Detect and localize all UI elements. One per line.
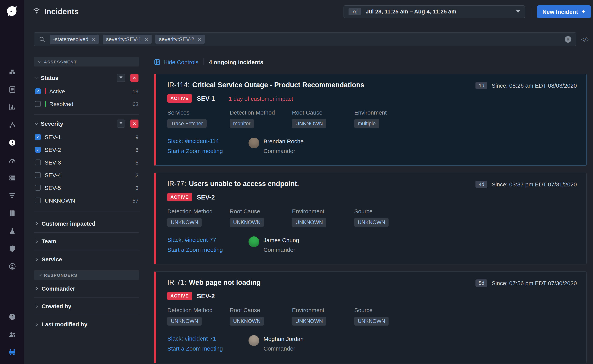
search-row: -state:resolved × severity:SEV-1 × sever… (34, 32, 589, 46)
field-value: UNKNOWN (292, 119, 326, 128)
severity-facet-header[interactable]: Severity × (35, 118, 138, 128)
clear-facet-icon[interactable]: × (130, 74, 138, 82)
checkbox[interactable] (35, 185, 41, 191)
filter-pill-label: severity:SEV-2 (159, 36, 194, 42)
hide-controls-link[interactable]: Hide Controls (154, 58, 198, 65)
slack-channel-link[interactable]: Slack: #incident-71 (167, 335, 249, 342)
search-filter-pill[interactable]: -state:resolved × (50, 35, 99, 44)
incident-field: Root Cause UNKNOWN (230, 307, 275, 325)
bits-icon[interactable] (3, 343, 21, 361)
facet-group-label: Team (41, 238, 56, 244)
responders-section-header[interactable]: RESPONDERS (34, 270, 139, 280)
commander-avatar (249, 138, 259, 148)
dashboards-icon[interactable] (3, 98, 21, 116)
incident-card[interactable]: IR-71: Web page not loading 5d Since: 07… (154, 271, 586, 363)
field-label: Root Cause (230, 208, 275, 214)
responders-label: RESPONDERS (44, 273, 77, 277)
ongoing-incidents-count: 4 ongoing incidents (209, 58, 263, 65)
query-syntax-toggle-icon[interactable]: </> (581, 36, 589, 42)
checkbox[interactable]: ✓ (35, 147, 41, 153)
facet-option-row[interactable]: SEV-4 2 (35, 169, 138, 182)
synthetics-icon[interactable] (3, 151, 21, 169)
security-icon[interactable] (3, 240, 21, 258)
checkbox[interactable]: ✓ (35, 134, 41, 140)
collapsed-facet-group[interactable]: Service (34, 250, 139, 268)
incident-title[interactable]: Users unable to access endpoint. (189, 180, 299, 188)
watchdog-icon[interactable] (3, 63, 21, 81)
facet-option-row[interactable]: SEV-3 5 (35, 156, 138, 169)
zoom-meeting-link[interactable]: Start a Zoom meeting (167, 345, 249, 352)
infrastructure-icon[interactable] (3, 169, 21, 187)
incident-title[interactable]: Critical Service Outage - Product Recomm… (192, 81, 364, 89)
search-filter-pill[interactable]: severity:SEV-2 × (155, 35, 204, 44)
incident-field: Environment UNKNOWN (292, 208, 337, 227)
help-icon[interactable]: ? (3, 308, 21, 325)
assessment-section-header[interactable]: ASSESSMENT (34, 57, 139, 66)
commander-name: Brendan Roche (264, 138, 304, 145)
clear-search-icon[interactable]: × (565, 36, 571, 42)
status-facet-header[interactable]: Status × (35, 73, 138, 83)
incident-field: Source UNKNOWN (354, 307, 400, 325)
search-input[interactable]: -state:resolved × severity:SEV-1 × sever… (34, 32, 576, 46)
remove-filter-icon[interactable]: × (92, 36, 95, 42)
field-value: Trace Fetcher (167, 119, 206, 128)
organization-icon[interactable] (3, 325, 21, 343)
checkbox[interactable] (35, 101, 41, 107)
facet-option-row[interactable]: SEV-5 3 (35, 182, 138, 194)
svg-text:?: ? (11, 314, 13, 319)
new-incident-button[interactable]: New Incident + (537, 5, 591, 18)
checkbox[interactable] (35, 172, 41, 178)
logs-icon[interactable] (3, 187, 21, 204)
commander-block: Meghan Jordan Commander (249, 335, 304, 355)
commander-block: Brendan Roche Commander (249, 138, 304, 158)
incident-title[interactable]: Web page not loading (189, 279, 261, 287)
ci-icon[interactable] (3, 222, 21, 240)
incident-fields: Detection Method UNKNOWN Root Cause UNKN… (167, 208, 577, 227)
monitors-icon[interactable] (3, 134, 21, 151)
facet-option-label: Resolved (49, 101, 132, 107)
status-badge: ACTIVE (167, 292, 192, 300)
events-icon[interactable] (3, 81, 21, 98)
facet-option-row[interactable]: ✓ SEV-1 9 (35, 131, 138, 143)
facet-option-row[interactable]: Resolved 63 (35, 98, 138, 110)
status-badge: ACTIVE (167, 193, 192, 202)
incident-field: Environment UNKNOWN (292, 307, 337, 325)
datadog-logo-icon[interactable] (6, 5, 19, 18)
severity-facet-title: Severity (41, 120, 113, 127)
facet-option-row[interactable]: ✓ Active 19 (35, 85, 138, 98)
zoom-meeting-link[interactable]: Start a Zoom meeting (167, 148, 249, 154)
divider (204, 58, 204, 65)
search-filter-pill[interactable]: severity:SEV-1 × (103, 35, 152, 44)
profiling-icon[interactable] (3, 258, 21, 275)
hide-controls-label: Hide Controls (164, 58, 198, 65)
filter-icon[interactable] (117, 74, 125, 82)
notebooks-icon[interactable] (3, 204, 21, 222)
clear-facet-icon[interactable]: × (130, 119, 138, 127)
zoom-meeting-link[interactable]: Start a Zoom meeting (167, 246, 249, 253)
collapsed-facet-group[interactable]: Last modified by (34, 315, 139, 333)
remove-filter-icon[interactable]: × (145, 36, 148, 42)
incident-card[interactable]: IR-77: Users unable to access endpoint. … (154, 173, 586, 264)
field-value: UNKNOWN (230, 218, 264, 227)
facet-option-row[interactable]: UNKNOWN 57 (35, 194, 138, 207)
slack-channel-link[interactable]: Slack: #incident-77 (167, 236, 249, 243)
checkbox[interactable] (35, 160, 41, 165)
remove-filter-icon[interactable]: × (198, 36, 201, 42)
collapsed-facet-group[interactable]: Customer impacted (34, 215, 139, 233)
collapsed-facet-group[interactable]: Commander (34, 280, 139, 298)
collapsed-facet-group[interactable]: Created by (34, 298, 139, 315)
facet-option-row[interactable]: ✓ SEV-2 6 (35, 143, 138, 156)
filter-icon[interactable] (117, 119, 125, 127)
field-label: Source (354, 208, 400, 214)
collapsed-facet-group[interactable]: Team (34, 233, 139, 250)
checkbox[interactable]: ✓ (35, 88, 41, 94)
incident-card[interactable]: IR-114: Critical Service Outage - Produc… (154, 74, 586, 166)
checkbox[interactable] (35, 198, 41, 203)
time-range-picker[interactable]: 7d Jul 28, 11:25 am – Aug 4, 11:25 am (343, 5, 525, 18)
slack-channel-link[interactable]: Slack: #incident-114 (167, 138, 249, 144)
status-facet-title: Status (41, 74, 113, 81)
field-value: UNKNOWN (292, 218, 326, 227)
severity-facet-group: Severity × ✓ SEV-1 9 ✓ SEV-2 6 SEV-3 5 (34, 118, 139, 207)
apm-icon[interactable] (3, 116, 21, 134)
field-label: Source (354, 307, 400, 313)
